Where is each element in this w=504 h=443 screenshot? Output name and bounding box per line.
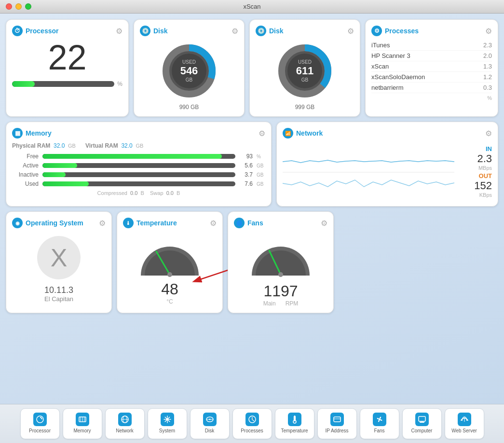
toolbar-network-button[interactable]: Network	[105, 408, 145, 439]
disk1-card: 💿 Disk ⚙ USED 546 GB	[134, 19, 245, 117]
toolbar-processor-icon	[33, 413, 47, 426]
temperature-icon: 🌡	[123, 218, 134, 228]
toolbar-computer-button[interactable]: Computer	[402, 408, 442, 439]
fans-gauge-svg	[242, 232, 319, 280]
toolbar-temperature-button[interactable]: Temperature	[275, 408, 314, 439]
processor-progress-fill	[12, 81, 35, 87]
memory-info: Physical RAM 32.0 GB Virtual RAM 32.0 GB	[12, 142, 265, 149]
toolbar-system-button[interactable]: System	[148, 408, 187, 439]
processor-title: ⏱ Processor	[12, 26, 58, 36]
toolbar-ipaddress-button[interactable]: IP Address	[317, 408, 357, 439]
fans-value: 1197	[263, 282, 298, 300]
memory-title: ▦ Memory	[12, 128, 52, 138]
os-title: ◉ Operating System	[12, 218, 83, 228]
network-graph	[283, 142, 454, 200]
os-icon: ◉	[12, 218, 23, 228]
row-3: ◉ Operating System ⚙ X 10.11.3 El Capita…	[6, 211, 498, 313]
toolbar-fans-button[interactable]: Fans	[360, 408, 399, 439]
fans-icon: 🌀	[234, 218, 245, 228]
processes-title: ⚙ Processes	[371, 26, 419, 36]
main-content: ⏱ Processor ⚙ 22 % 💿 Disk ⚙	[0, 14, 504, 404]
memory-settings-icon[interactable]: ⚙	[259, 129, 265, 138]
processes-settings-icon[interactable]: ⚙	[485, 27, 492, 36]
processor-icon: ⏱	[12, 26, 23, 36]
toolbar-temperature-icon	[288, 413, 301, 426]
physical-ram-label: Physical RAM 32.0 GB	[12, 142, 76, 149]
fans-sub: Main RPM	[263, 300, 299, 307]
processes-icon: ⚙	[371, 26, 382, 36]
window-controls[interactable]	[6, 3, 31, 10]
os-logo-circle: X	[37, 236, 81, 279]
temperature-card: 🌡 Temperature ⚙ 48 °C	[117, 211, 223, 313]
disk2-total: 999 GB	[295, 104, 315, 111]
disk2-label: USED 611 GB	[296, 59, 314, 83]
minimize-button[interactable]	[15, 3, 22, 10]
toolbar-processes-button[interactable]: Processes	[232, 408, 272, 439]
memory-card: ▦ Memory ⚙ Physical RAM 32.0 GB Virtual …	[6, 122, 272, 207]
memory-active-row: Active 5.6 GB	[12, 162, 265, 169]
disk1-donut: USED 546 GB	[160, 42, 218, 100]
toolbar-computer-icon	[415, 413, 429, 426]
svg-point-26	[209, 419, 210, 420]
fans-title: 🌀 Fans	[234, 218, 263, 228]
processor-card: ⏱ Processor ⚙ 22 %	[6, 19, 129, 117]
disk1-icon: 💿	[140, 26, 150, 36]
virtual-ram-label: Virtual RAM 32.0 GB	[85, 142, 143, 149]
processor-settings-icon[interactable]: ⚙	[116, 27, 123, 36]
temperature-unit: °C	[166, 298, 173, 305]
fans-card: 🌀 Fans ⚙ 1197 Main RPM	[228, 211, 334, 313]
processes-card: ⚙ Processes ⚙ iTunes 2.3 HP Scanner 3 2.…	[365, 19, 498, 117]
network-title: 📶 Network	[283, 128, 323, 138]
network-content: IN 2.3 MBps OUT 152 KBps	[283, 142, 492, 200]
toolbar-webserver-button[interactable]: Web Server	[445, 408, 484, 439]
toolbar-system-icon	[161, 413, 174, 426]
toolbar: Processor Memory Network System Disk Pro…	[0, 404, 504, 443]
list-item: iTunes 2.3	[371, 40, 492, 51]
network-graph-svg	[283, 142, 454, 200]
temperature-value: 48	[161, 280, 178, 298]
os-card: ◉ Operating System ⚙ X 10.11.3 El Capita…	[6, 211, 112, 313]
disk2-icon: 💿	[256, 26, 266, 36]
toolbar-fans-icon	[373, 413, 386, 426]
process-list: iTunes 2.3 HP Scanner 3 2.0 xScan 1.3 xS…	[371, 40, 492, 93]
svg-rect-34	[419, 416, 425, 421]
processor-percent-label: %	[117, 81, 123, 87]
window-title: xScan	[243, 3, 260, 10]
memory-footer: Compressed 0.0 B Swap 0.0 B	[12, 190, 265, 196]
list-item: xScanSoloDaemon 1.2	[371, 72, 492, 83]
toolbar-webserver-icon	[458, 413, 471, 426]
processor-value: 22	[12, 40, 123, 75]
toolbar-processes-icon	[245, 413, 259, 426]
toolbar-memory-button[interactable]: Memory	[63, 408, 102, 439]
disk2-donut: USED 611 GB	[276, 42, 334, 100]
disk2-settings-icon[interactable]: ⚙	[347, 27, 354, 36]
toolbar-network-icon	[118, 413, 132, 426]
os-settings-icon[interactable]: ⚙	[99, 219, 106, 228]
memory-used-row: Used 7.6 GB	[12, 180, 265, 187]
os-version: 10.11.3	[44, 285, 73, 295]
toolbar-disk-button[interactable]: Disk	[190, 408, 230, 439]
disk1-label: USED 546 GB	[180, 59, 198, 83]
memory-free-row: Free 93 %	[12, 153, 265, 160]
fans-settings-icon[interactable]: ⚙	[321, 219, 327, 228]
svg-point-10	[167, 272, 172, 277]
row-1: ⏱ Processor ⚙ 22 % 💿 Disk ⚙	[6, 19, 498, 117]
disk2-card: 💿 Disk ⚙ USED 611 GB 999	[249, 19, 360, 117]
close-button[interactable]	[6, 3, 12, 10]
maximize-button[interactable]	[25, 3, 31, 10]
disk1-title: 💿 Disk	[140, 26, 168, 36]
os-x-letter: X	[51, 243, 68, 272]
processes-percent: %	[371, 95, 492, 101]
svg-point-14	[278, 272, 283, 277]
network-settings-icon[interactable]: ⚙	[485, 129, 492, 138]
disk1-settings-icon[interactable]: ⚙	[232, 27, 238, 36]
network-in: IN 2.3 MBps	[458, 145, 492, 171]
network-out: OUT 152 KBps	[458, 172, 492, 198]
memory-icon: ▦	[12, 128, 23, 138]
toolbar-processor-button[interactable]: Processor	[20, 408, 60, 439]
temperature-settings-icon[interactable]: ⚙	[210, 219, 217, 228]
toolbar-memory-icon	[76, 413, 89, 426]
os-name: El Capitan	[44, 295, 73, 303]
svg-point-33	[379, 418, 381, 420]
disk2-title: 💿 Disk	[256, 26, 284, 36]
